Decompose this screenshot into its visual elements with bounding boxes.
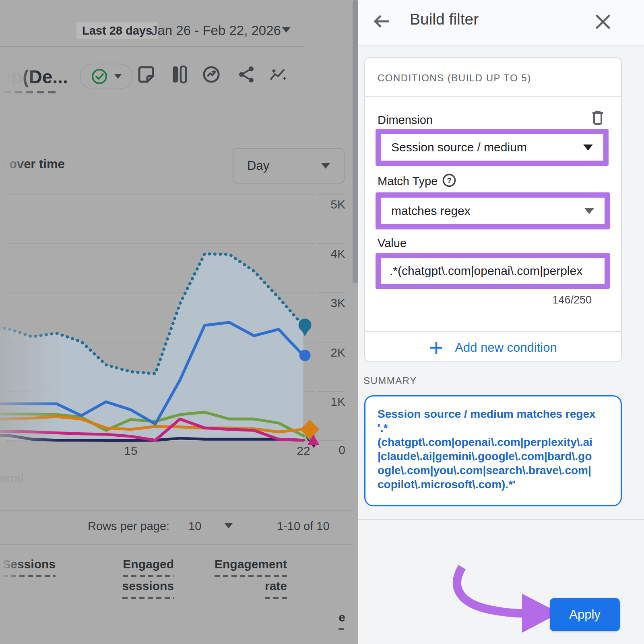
table-divider [0, 544, 353, 545]
delete-condition-icon[interactable] [591, 109, 605, 126]
dimension-caret-icon [583, 144, 593, 151]
scrollbar-thumb[interactable] [353, 0, 358, 283]
column-header-sessions[interactable]: Sessions [0, 555, 56, 577]
y-tick: 3K [330, 296, 345, 310]
table-divider [0, 510, 353, 511]
apply-button[interactable]: Apply [550, 598, 620, 631]
help-icon[interactable]: ? [442, 173, 456, 188]
pagination-range: 1-10 of 10 [277, 520, 330, 533]
match-type-label: Match Type [378, 175, 438, 188]
x-tick: 22 [297, 444, 310, 457]
y-tick: 5K [330, 198, 345, 211]
card-divider [365, 96, 621, 97]
report-background: Last 28 days Jan 26 - Feb 22, 2026 up (D… [0, 0, 358, 644]
screenshot-root: Last 28 days Jan 26 - Feb 22, 2026 up (D… [0, 0, 644, 644]
y-tick: 0 [339, 443, 345, 456]
summary-label: SUMMARY [363, 375, 417, 386]
value-label: Value [378, 237, 407, 250]
char-counter: 146/250 [501, 294, 592, 306]
panel-title: Build filter [410, 10, 479, 28]
rows-per-page-caret-icon[interactable] [225, 523, 233, 528]
value-input[interactable] [390, 264, 605, 278]
summary-box: Session source / medium matches regex '.… [364, 395, 622, 506]
plus-icon [429, 341, 444, 355]
y-tick: 1K [330, 395, 345, 408]
y-tick: 2K [330, 346, 345, 359]
value-input-wrapper [376, 253, 610, 289]
x-tick: 15 [124, 444, 137, 457]
summary-text: Session source / medium matches regex '.… [378, 407, 609, 491]
legend-item-partial: erral [0, 472, 23, 485]
panel-header-divider [358, 45, 644, 45]
add-condition-button[interactable]: Add new condition [364, 336, 622, 360]
dimension-select[interactable]: Session source / medium [376, 129, 609, 166]
y-tick: 4K [330, 247, 345, 260]
match-type-caret-icon [584, 208, 594, 214]
dimension-label: Dimension [378, 114, 433, 127]
sessions-over-time-chart: 5K 4K 3K 2K 1K 0 15 22 [0, 0, 358, 644]
rows-per-page-label: Rows per page: [88, 520, 169, 533]
column-header-partial: e [317, 609, 345, 630]
close-icon[interactable] [595, 14, 611, 30]
conditions-header: CONDITIONS (BUILD UP TO 5) [378, 72, 531, 84]
column-header-engaged-sessions[interactable]: Engaged sessions [93, 555, 174, 599]
card-divider [365, 331, 621, 332]
column-header-engagement-rate[interactable]: Engagement rate [206, 555, 287, 599]
match-type-select[interactable]: matches regex [376, 192, 610, 229]
footer-divider [358, 519, 644, 520]
back-arrow-icon[interactable] [373, 12, 391, 31]
rows-per-page-value[interactable]: 10 [188, 520, 201, 533]
svg-text:?: ? [447, 176, 452, 185]
